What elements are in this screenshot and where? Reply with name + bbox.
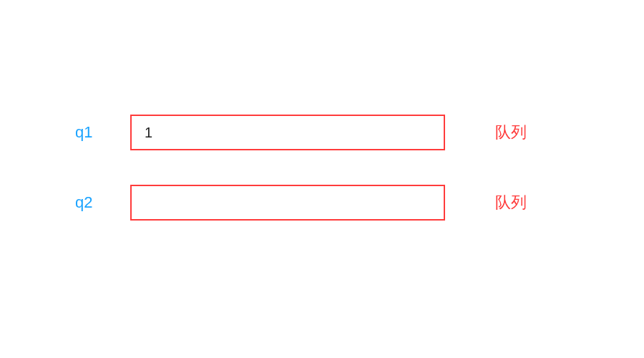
queue-box-q2 <box>130 185 445 221</box>
queue-row-q2: q2 队列 <box>0 185 644 221</box>
queue-label-q1: q1 <box>75 123 92 142</box>
queue-row-q1: q1 1 队列 <box>0 115 644 150</box>
queue-label-q2: q2 <box>75 193 92 212</box>
queue-content-q1: 1 <box>145 125 152 141</box>
queue-box-q1: 1 <box>130 115 445 150</box>
queue-type-label-q2: 队列 <box>495 192 527 213</box>
queue-type-label-q1: 队列 <box>495 122 527 143</box>
